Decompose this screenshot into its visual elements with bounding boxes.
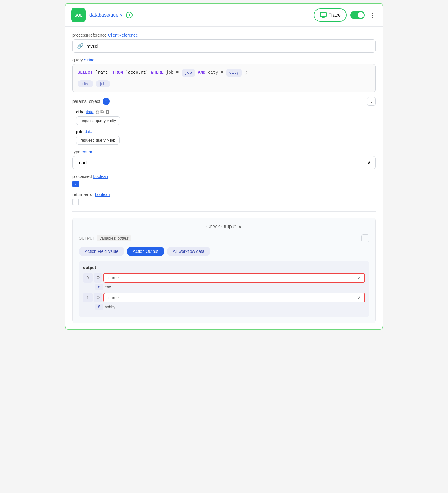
row-chevron-1: ∨ (357, 295, 360, 300)
type-field: type enum read ∨ (72, 149, 376, 169)
semicolon: ; (245, 70, 247, 75)
copy-icon-1[interactable]: ⎘ (96, 109, 99, 115)
trace-label: Trace (329, 12, 341, 18)
output-section-title: output (83, 265, 365, 270)
header-path[interactable]: database/query (89, 12, 122, 18)
where-kw: WHERE (151, 70, 164, 75)
param-city-value[interactable]: request: query > city (76, 116, 120, 125)
return-error-checkbox[interactable] (72, 199, 79, 205)
app-container: SQL database/query i Trace ⋮ processRefe… (65, 3, 383, 330)
process-reference-field: processReference ClientReference 🔗 mysql (72, 33, 376, 53)
trace-button[interactable]: Trace (314, 8, 347, 22)
and-kw: AND (198, 70, 205, 75)
output-label: OUTPUT variables: output (79, 235, 131, 241)
city-param-badge: city (226, 69, 242, 77)
duplicate-icon-1[interactable]: ⧉ (100, 109, 104, 115)
link-icon: 🔗 (77, 43, 84, 49)
city-eq: city = (208, 70, 226, 75)
query-tags: city job (78, 80, 370, 87)
param-city: city data ⎘ ⧉ 🗑 request: query > city (72, 109, 376, 125)
return-error-type-link[interactable]: boolean (95, 192, 110, 197)
sub-type-badge-1: S (95, 304, 103, 310)
params-type-link[interactable]: object (89, 99, 100, 104)
check-output-title: Check Output (206, 224, 236, 229)
processed-field: processed boolean ✓ (72, 174, 376, 187)
check-output-collapse-icon[interactable]: ∧ (238, 224, 242, 230)
row-index-1: 1 (83, 293, 93, 302)
processed-label: processed boolean (72, 174, 376, 179)
param-job-value[interactable]: request: query > job (76, 136, 120, 145)
output-label-text: OUTPUT (79, 236, 95, 240)
return-error-field: return-error boolean (72, 192, 376, 205)
sub-value-0: eric (105, 285, 111, 289)
query-field: query string SELECT `name` FROM `account… (72, 57, 376, 92)
param-city-type[interactable]: data (86, 109, 93, 114)
sub-value-1: bobby (105, 305, 115, 309)
tag-city: city (78, 80, 93, 87)
copy-output-button[interactable] (361, 234, 369, 242)
client-reference-link[interactable]: ClientReference (108, 33, 138, 38)
sub-row-0: S eric (83, 284, 365, 290)
delete-icon-1[interactable]: 🗑 (106, 109, 110, 115)
return-error-label: return-error boolean (72, 192, 376, 197)
query-box[interactable]: SELECT `name` FROM `account` WHERE job =… (72, 64, 376, 92)
row-index-a: A (83, 273, 93, 283)
info-icon[interactable]: i (126, 12, 133, 18)
type-dropdown[interactable]: read ∨ (72, 156, 376, 169)
collapse-params-button[interactable]: ⌄ (367, 97, 376, 106)
params-header: params object + ⌄ (72, 97, 376, 106)
row-name-0[interactable]: name ∨ (103, 273, 365, 283)
check-output-header: Check Output ∧ (79, 224, 369, 230)
param-job-type[interactable]: data (85, 129, 92, 134)
params-label: params object + (72, 98, 110, 105)
param-city-header: city data ⎘ ⧉ 🗑 (76, 109, 376, 115)
param-city-icons: ⎘ ⧉ 🗑 (96, 109, 110, 115)
type-label: type enum (72, 149, 376, 154)
query-code: SELECT `name` FROM `account` WHERE job =… (78, 69, 370, 77)
tabs-row: Action Field Value Action Output All wor… (79, 246, 369, 256)
processed-checkbox[interactable]: ✓ (72, 181, 79, 187)
tab-action-field-value[interactable]: Action Field Value (79, 246, 124, 256)
row-name-1[interactable]: name ∨ (103, 293, 365, 302)
sub-row-1: S bobby (83, 304, 365, 310)
output-row-0: A O name ∨ (83, 273, 365, 283)
params-field: params object + ⌄ city data ⎘ ⧉ 🗑 re (72, 97, 376, 145)
row-chevron-0: ∨ (357, 275, 360, 280)
output-section: output A O name ∨ S eric (79, 261, 369, 317)
check-output-section: Check Output ∧ OUTPUT variables: output … (72, 218, 376, 323)
job-param-badge: job (182, 69, 195, 77)
tag-job: job (96, 80, 110, 87)
divider (72, 211, 376, 212)
param-job-header: job data (76, 129, 376, 134)
toggle-switch[interactable] (350, 11, 365, 19)
more-menu-icon[interactable]: ⋮ (368, 10, 377, 20)
add-param-button[interactable]: + (103, 98, 110, 105)
param-job-name: job (76, 129, 82, 134)
output-row-1: 1 O name ∨ (83, 293, 365, 302)
type-value: read (78, 160, 87, 165)
output-meta: OUTPUT variables: output (79, 234, 369, 242)
dropdown-chevron-icon: ∨ (367, 160, 370, 165)
from-kw: FROM (113, 70, 123, 75)
svg-rect-0 (320, 12, 326, 17)
row-key-0: name (108, 275, 119, 280)
output-vars: variables: output (97, 235, 131, 241)
account-table: `account` (126, 70, 151, 75)
tab-all-workflow-data[interactable]: All workflow data (167, 246, 210, 256)
type-type-link[interactable]: enum (81, 149, 92, 154)
main-content: processReference ClientReference 🔗 mysql… (65, 27, 383, 329)
job-eq: job = (166, 70, 181, 75)
processed-type-link[interactable]: boolean (93, 174, 108, 179)
output-row-group-0: A O name ∨ S eric (83, 273, 365, 290)
param-job: job data request: query > job (72, 129, 376, 145)
tab-action-output[interactable]: Action Output (127, 246, 164, 256)
row-key-1: name (108, 295, 119, 300)
process-reference-label: processReference ClientReference (72, 33, 376, 38)
header: SQL database/query i Trace ⋮ (65, 4, 383, 27)
query-type-link[interactable]: string (84, 57, 94, 62)
process-reference-input[interactable]: 🔗 mysql (72, 39, 376, 53)
row-type-o-1: O (94, 293, 102, 302)
process-reference-value: mysql (87, 44, 98, 49)
select-kw: SELECT (78, 70, 93, 75)
param-city-name: city (76, 109, 83, 114)
